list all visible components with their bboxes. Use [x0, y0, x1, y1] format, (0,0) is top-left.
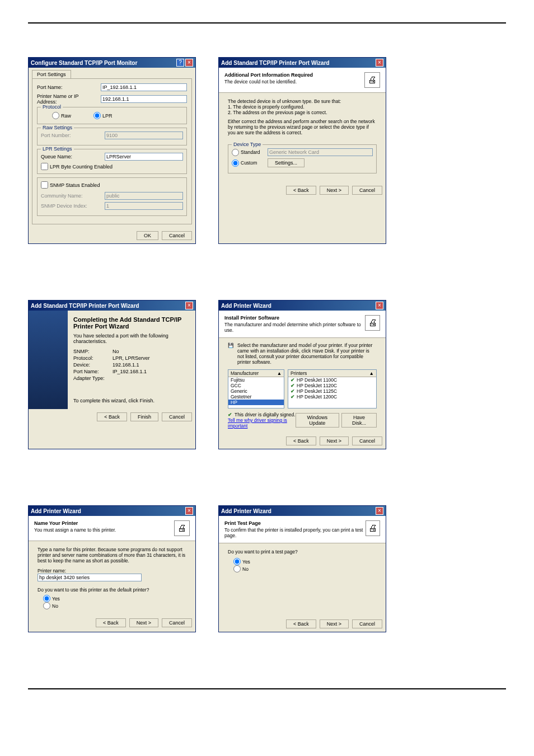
window-title: Add Printer Wizard [221, 508, 271, 514]
ok-button[interactable]: OK [137, 231, 158, 240]
link-driver-signing[interactable]: Tell me why driver signing is important [228, 417, 287, 429]
title-bar: Add Printer Wizard × [29, 506, 195, 516]
header-title: Print Test Page [224, 520, 366, 526]
label-port-name: Port Name: [37, 84, 99, 90]
title-bar: Add Printer Wizard × [219, 506, 386, 516]
tab-port-settings[interactable]: Port Settings [32, 70, 71, 78]
window-title: Add Standard TCP/IP Printer Port Wizard [31, 303, 139, 309]
list-item[interactable]: ✔HP DeskJet 1125C [288, 388, 376, 394]
radio-no[interactable]: No [43, 602, 186, 609]
text-line: You have selected a port with the follow… [73, 333, 190, 344]
back-button[interactable]: < Back [286, 186, 316, 195]
settings-button[interactable]: Settings... [268, 158, 305, 167]
input-port-number [105, 132, 183, 139]
group-lpr-settings: LPR Settings [41, 146, 74, 152]
input-port-name[interactable] [101, 83, 187, 91]
text-line: The detected device is of unknown type. … [228, 98, 377, 104]
label-port-number: Port Number: [41, 133, 102, 138]
text-default-question: Do you want to use this printer as the d… [38, 587, 186, 593]
window-title: Add Printer Wizard [221, 303, 271, 309]
close-icon[interactable]: × [185, 507, 193, 515]
list-item[interactable]: Gestetner [228, 394, 284, 400]
list-printers[interactable]: Printers▲ ✔HP DeskJet 1100C ✔HP DeskJet … [288, 369, 377, 408]
text-signed: This driver is digitally signed. [235, 412, 296, 417]
list-item[interactable]: ✔HP DeskJet 1120C [288, 383, 376, 388]
signed-icon: ✔ [291, 377, 295, 383]
header-subtitle: The manufacturer and model determine whi… [224, 322, 365, 333]
close-icon[interactable]: × [376, 507, 383, 515]
input-community [105, 192, 183, 200]
radio-lpr[interactable]: LPR [93, 112, 113, 119]
header-subtitle: The device could not be identified. [224, 79, 313, 84]
help-icon[interactable]: ? [176, 59, 184, 67]
dialog-configure-port: Configure Standard TCP/IP Port Monitor ?… [28, 57, 196, 244]
next-button[interactable]: Next > [320, 619, 349, 628]
cancel-button[interactable]: Cancel [352, 186, 382, 195]
have-disk-button[interactable]: Have Disk... [341, 413, 377, 428]
cancel-button[interactable]: Cancel [352, 619, 382, 628]
close-icon[interactable]: × [185, 302, 193, 309]
next-button[interactable]: Next > [320, 186, 349, 195]
dialog-additional-port-info: Add Standard TCP/IP Printer Port Wizard … [218, 57, 386, 244]
radio-standard[interactable]: Standard [232, 149, 265, 156]
list-manufacturer[interactable]: Manufacturer▲ Fujitsu GCC Generic Gestet… [228, 369, 284, 408]
checkbox-lpr-byte[interactable]: LPR Byte Counting Enabled [41, 163, 183, 170]
label-queue-name: Queue Name: [41, 154, 102, 159]
cancel-button[interactable]: Cancel [162, 231, 192, 240]
group-raw-settings: Raw Settings [41, 125, 74, 130]
cancel-button[interactable]: Cancel [162, 412, 192, 421]
printer-icon: 🖨 [364, 72, 380, 88]
list-item[interactable]: HP [228, 400, 284, 405]
radio-yes[interactable]: Yes [233, 558, 377, 565]
list-item[interactable]: ✔HP DeskJet 1200C [288, 394, 376, 400]
close-icon[interactable]: × [376, 59, 383, 67]
cancel-button[interactable]: Cancel [162, 618, 192, 627]
list-item[interactable]: GCC [228, 383, 284, 388]
next-button[interactable]: Next > [320, 436, 349, 445]
title-bar: Add Standard TCP/IP Printer Port Wizard … [29, 300, 195, 311]
title-bar: Add Printer Wizard × [219, 300, 386, 311]
list-item[interactable]: Fujitsu [228, 377, 284, 383]
wizard-banner [29, 311, 68, 409]
close-icon[interactable]: × [185, 59, 193, 67]
completion-title: Completing the Add Standard TCP/IP Print… [73, 316, 190, 330]
cancel-button[interactable]: Cancel [352, 436, 382, 445]
printer-icon: 🖨 [365, 315, 380, 331]
text-line: Select the manufacturer and model of you… [237, 342, 377, 365]
text-line: Type a name for this printer. Because so… [38, 547, 186, 564]
input-printer-name[interactable] [38, 574, 142, 581]
windows-update-button[interactable]: Windows Update [296, 413, 339, 428]
input-snmp-index [105, 202, 183, 210]
radio-no[interactable]: No [233, 565, 377, 572]
text-test-question: Do you want to print a test page? [228, 549, 377, 555]
input-address[interactable] [101, 95, 187, 103]
page-bottom-rule [28, 688, 506, 689]
disk-icon: 💾 [228, 342, 234, 365]
checkbox-snmp-enabled[interactable]: SNMP Status Enabled [41, 181, 183, 189]
text-line: To complete this wizard, click Finish. [73, 398, 190, 403]
next-button[interactable]: Next > [129, 618, 158, 627]
signed-icon: ✔ [291, 383, 295, 388]
group-protocol: Protocol [41, 104, 63, 110]
radio-custom[interactable]: Custom [232, 159, 265, 167]
list-item[interactable]: ✔HP DeskJet 1100C [288, 377, 376, 383]
text-line: 1. The device is properly configured. [228, 104, 377, 110]
group-device-type: Device Type [232, 142, 263, 147]
close-icon[interactable]: × [376, 302, 383, 309]
window-title: Add Printer Wizard [31, 508, 81, 514]
back-button[interactable]: < Back [286, 436, 316, 445]
label-community: Community Name: [41, 193, 102, 199]
back-button[interactable]: < Back [286, 619, 316, 628]
radio-raw[interactable]: Raw [52, 112, 71, 119]
window-title: Add Standard TCP/IP Printer Port Wizard [221, 60, 330, 66]
finish-button[interactable]: Finish [130, 412, 158, 421]
back-button[interactable]: < Back [97, 412, 127, 421]
select-standard [268, 148, 373, 156]
radio-yes[interactable]: Yes [43, 595, 186, 602]
label-snmp-index: SNMP Device Index: [41, 203, 102, 209]
label-address: Printer Name or IP Address: [37, 93, 99, 105]
title-bar: Configure Standard TCP/IP Port Monitor ?… [29, 58, 195, 68]
list-item[interactable]: Generic [228, 388, 284, 394]
back-button[interactable]: < Back [96, 618, 126, 627]
input-queue-name[interactable] [105, 153, 183, 161]
